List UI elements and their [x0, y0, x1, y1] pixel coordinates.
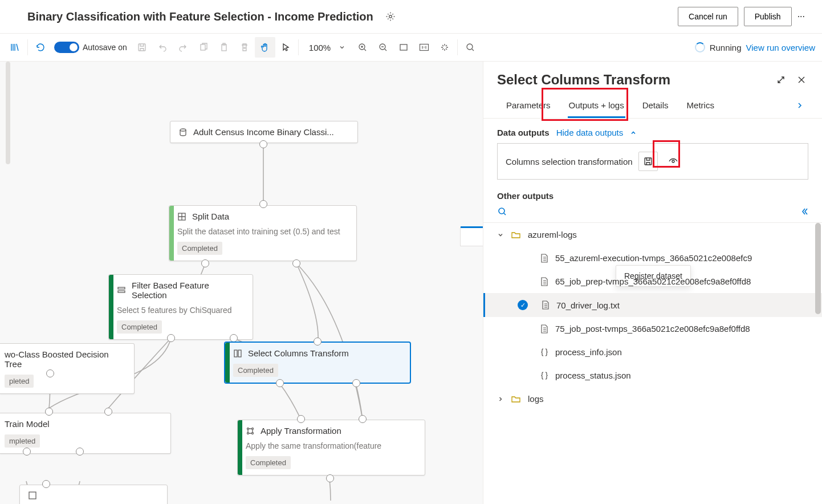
preview-button[interactable]	[664, 152, 683, 171]
paste-button[interactable]	[214, 37, 234, 58]
cancel-run-button[interactable]: Cancel run	[678, 7, 738, 26]
port[interactable]	[259, 200, 267, 208]
run-status: Running	[710, 43, 742, 52]
tree-file[interactable]: 65_job_prep-tvmps_366a5021c2e008efc9a8ef…	[483, 270, 822, 293]
svg-rect-2	[201, 44, 205, 50]
node-split[interactable]: Split Data Split the dataset into traini…	[169, 205, 357, 261]
port[interactable]	[104, 408, 112, 416]
side-tab[interactable]	[460, 227, 483, 246]
refresh-button[interactable]	[30, 37, 51, 58]
canvas[interactable]: Adult Census Income Binary Classi... Spl…	[0, 62, 483, 504]
port[interactable]	[292, 259, 300, 267]
search-icon[interactable]	[497, 206, 507, 217]
tab-metrics[interactable]: Metrics	[678, 92, 723, 118]
pan-button[interactable]	[255, 37, 275, 58]
svg-point-19	[252, 432, 254, 434]
settings-button[interactable]	[382, 9, 398, 25]
port[interactable]	[359, 415, 367, 423]
port[interactable]	[326, 474, 334, 482]
split-icon	[177, 212, 186, 221]
tree-file[interactable]: 75_job_post-tvmps_366a5021c2e008efc9a8ef…	[483, 317, 822, 340]
tabs-more[interactable]	[791, 97, 808, 114]
trash-icon	[240, 43, 249, 52]
node-title: Train Model	[5, 419, 50, 429]
node-filter[interactable]: Filter Based Feature Selection Select 5 …	[108, 274, 253, 340]
node-subtitle: Apply the same transformation(feature	[238, 441, 425, 456]
port[interactable]	[76, 448, 84, 456]
copy-button[interactable]	[193, 37, 214, 58]
zoom-out-button[interactable]	[373, 37, 393, 58]
port[interactable]	[297, 415, 305, 423]
tree-folder-logs[interactable]: logs	[483, 387, 822, 410]
hide-data-outputs-link[interactable]: Hide data outputs	[556, 128, 624, 137]
svg-point-23	[499, 208, 504, 214]
port[interactable]	[46, 369, 54, 377]
save-icon	[137, 43, 147, 52]
status-chip: mpleted	[5, 434, 40, 448]
file-icon	[542, 300, 550, 310]
port[interactable]	[167, 334, 175, 342]
tabs: Parameters Outputs + logs Details Metric…	[483, 92, 822, 119]
spinner-icon	[695, 42, 705, 52]
node-title: Apply Transformation	[261, 426, 341, 436]
port[interactable]	[352, 379, 360, 387]
pointer-button[interactable]	[275, 37, 296, 58]
apply-icon	[246, 426, 255, 436]
zoom-in-button[interactable]	[352, 37, 373, 58]
redo-button[interactable]	[173, 37, 193, 58]
tree-file[interactable]: process_status.json	[483, 364, 822, 387]
port[interactable]	[42, 480, 50, 488]
status-chip: Completed	[246, 456, 291, 469]
tree-folder-azureml-logs[interactable]: azureml-logs	[483, 223, 822, 246]
file-name: process_info.json	[555, 347, 622, 357]
fit-button[interactable]	[393, 37, 414, 58]
expand-button[interactable]	[774, 73, 788, 87]
more-actions-button[interactable]: ···	[792, 7, 811, 26]
delete-button[interactable]	[234, 37, 255, 58]
zoom-dropdown[interactable]	[332, 37, 352, 58]
autolayout-button[interactable]	[434, 37, 455, 58]
node-partial[interactable]	[19, 485, 168, 504]
actual-size-button[interactable]	[414, 37, 434, 58]
node-title: wo-Class Boosted Decision Tree	[5, 349, 126, 369]
tab-outputs-logs[interactable]: Outputs + logs	[560, 92, 633, 118]
node-select-columns[interactable]: Select Columns Transform Completed	[225, 342, 410, 383]
register-dataset-button[interactable]	[638, 152, 658, 171]
port[interactable]	[45, 408, 53, 416]
view-run-overview-link[interactable]: View run overview	[746, 43, 815, 52]
other-outputs-label: Other outputs	[483, 180, 822, 204]
search-button[interactable]	[460, 37, 481, 58]
scrollbar[interactable]	[815, 223, 821, 314]
svg-rect-7	[400, 44, 407, 50]
port[interactable]	[201, 259, 209, 267]
port[interactable]	[230, 334, 238, 342]
port[interactable]	[259, 140, 267, 148]
node-subtitle: Select 5 features by ChiSquared	[109, 306, 253, 320]
autosave-toggle[interactable]	[54, 42, 79, 53]
svg-point-0	[389, 15, 392, 18]
sidebar-collapse-handle[interactable]	[6, 62, 10, 164]
chevron-down-icon	[339, 44, 345, 51]
tab-parameters[interactable]: Parameters	[497, 92, 560, 118]
tree-file[interactable]: 55_azureml-execution-tvmps_366a5021c2e00…	[483, 246, 822, 270]
library-button[interactable]	[5, 37, 25, 58]
tree-file-selected[interactable]: ✓ 70_driver_log.txt	[483, 293, 822, 317]
svg-rect-1	[139, 44, 145, 51]
collapse-all-button[interactable]	[799, 207, 808, 216]
tab-details[interactable]: Details	[633, 92, 678, 118]
undo-button[interactable]	[152, 37, 173, 58]
port[interactable]	[276, 379, 284, 387]
undo-icon	[158, 43, 167, 52]
port[interactable]	[23, 448, 31, 456]
save-button[interactable]	[132, 37, 152, 58]
tree-file[interactable]: process_info.json	[483, 340, 822, 364]
port[interactable]	[314, 338, 322, 346]
node-boosted[interactable]: wo-Class Boosted Decision Tree pleted	[0, 343, 135, 394]
zoom-label: 100%	[309, 43, 331, 52]
chevron-down-icon	[497, 231, 504, 238]
publish-button[interactable]: Publish	[744, 7, 792, 26]
svg-point-17	[252, 428, 254, 429]
close-button[interactable]	[795, 73, 808, 87]
folder-name: azureml-logs	[528, 230, 577, 239]
node-apply[interactable]: Apply Transformation Apply the same tran…	[237, 420, 425, 475]
